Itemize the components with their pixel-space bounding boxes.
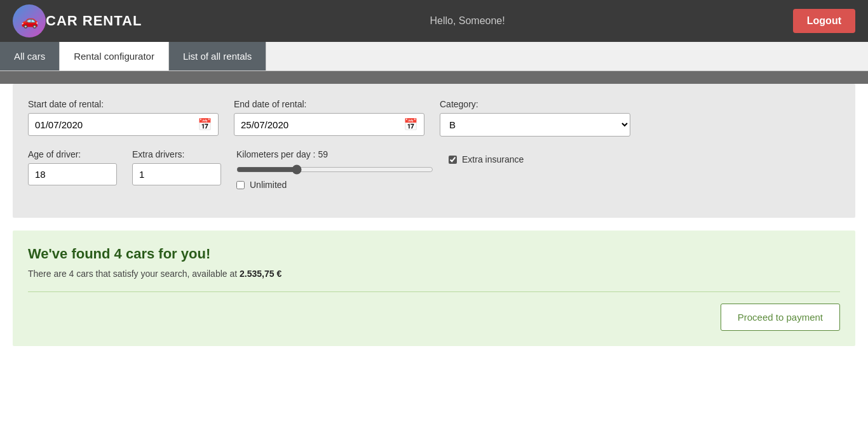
results-subtitle: There are 4 cars that satisfy your searc… [28, 269, 840, 279]
age-input[interactable] [28, 163, 117, 185]
results-price: 2.535,75 € [240, 269, 281, 279]
unlimited-checkbox[interactable] [236, 181, 245, 189]
results-subtitle-prefix: There are 4 cars that satisfy your searc… [28, 269, 240, 279]
end-date-input-wrapper: 📅 [234, 113, 424, 136]
insurance-checkbox[interactable] [449, 156, 457, 164]
end-date-calendar-icon[interactable]: 📅 [403, 117, 417, 131]
tab-bar: All cars Rental configurator List of all… [0, 42, 868, 71]
unlimited-check-wrapper: Unlimited [236, 180, 433, 190]
tab-rental-configurator[interactable]: Rental configurator [60, 42, 169, 70]
category-label: Category: [440, 99, 630, 109]
results-footer: Proceed to payment [28, 304, 840, 331]
proceed-to-payment-button[interactable]: Proceed to payment [721, 304, 840, 331]
app-logo: 🚗 [13, 4, 46, 37]
km-section: Kilometers per day : 59 Unlimited [236, 149, 433, 190]
app-title: CAR RENTAL [46, 13, 142, 29]
config-row-2: Age of driver: Extra drivers: Kilometers… [28, 149, 840, 190]
category-field: Category: A B C D [440, 99, 630, 137]
start-date-input-wrapper: 📅 [28, 113, 219, 136]
end-date-label: End date of rental: [234, 99, 424, 109]
km-label: Kilometers per day : 59 [236, 149, 433, 159]
insurance-field: Extra insurance [449, 149, 524, 164]
start-date-input[interactable] [35, 119, 198, 130]
unlimited-label[interactable]: Unlimited [250, 180, 287, 190]
extra-drivers-field: Extra drivers: [132, 149, 221, 185]
extra-drivers-input[interactable] [132, 163, 221, 185]
logout-button[interactable]: Logout [793, 9, 855, 33]
insurance-section: Extra insurance [449, 154, 524, 164]
main-content: Start date of rental: 📅 End date of rent… [0, 84, 868, 421]
configurator-panel: Start date of rental: 📅 End date of rent… [13, 84, 855, 218]
end-date-input[interactable] [241, 119, 403, 130]
results-divider [28, 291, 840, 292]
results-panel: We've found 4 cars for you! There are 4 … [13, 231, 855, 346]
start-date-calendar-icon[interactable]: 📅 [198, 117, 212, 131]
tab-list-of-all-rentals[interactable]: List of all rentals [169, 42, 266, 70]
app-header: 🚗 CAR RENTAL Hello, Someone! Logout [0, 0, 868, 42]
tab-all-cars[interactable]: All cars [0, 42, 60, 70]
end-date-field: End date of rental: 📅 [234, 99, 424, 136]
insurance-label[interactable]: Extra insurance [462, 154, 524, 164]
extra-drivers-label: Extra drivers: [132, 149, 221, 159]
results-title: We've found 4 cars for you! [28, 246, 840, 262]
age-field: Age of driver: [28, 149, 117, 185]
age-label: Age of driver: [28, 149, 117, 159]
start-date-field: Start date of rental: 📅 [28, 99, 219, 136]
km-slider[interactable] [236, 164, 433, 175]
category-select[interactable]: A B C D [440, 113, 630, 137]
start-date-label: Start date of rental: [28, 99, 219, 109]
config-row-1: Start date of rental: 📅 End date of rent… [28, 99, 840, 137]
greeting-text: Hello, Someone! [142, 15, 792, 27]
